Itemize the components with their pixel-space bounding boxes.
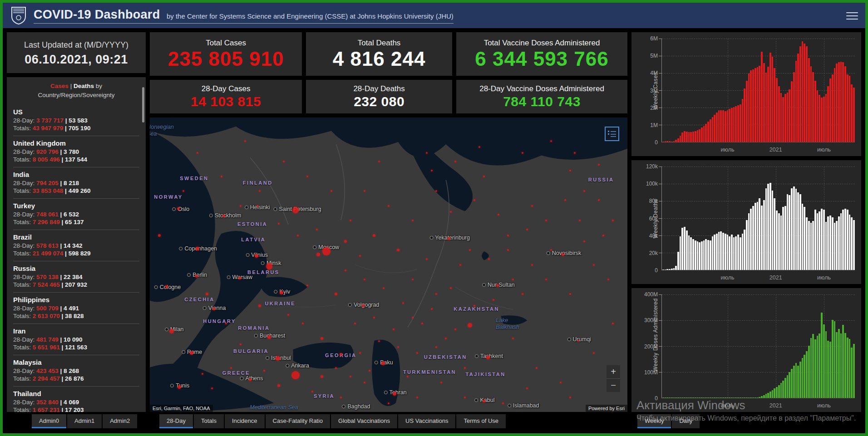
bar[interactable] <box>671 397 673 398</box>
bar[interactable] <box>677 138 679 142</box>
bar[interactable] <box>701 241 703 270</box>
bar[interactable] <box>757 397 759 398</box>
bar[interactable] <box>686 132 688 142</box>
bar[interactable] <box>662 397 664 398</box>
case-cluster-dot[interactable] <box>195 275 198 278</box>
case-cluster-dot[interactable] <box>267 335 271 339</box>
case-cluster-dot[interactable] <box>321 337 323 340</box>
bar[interactable] <box>699 397 700 398</box>
bar[interactable] <box>673 268 675 270</box>
bar[interactable] <box>789 195 790 270</box>
case-cluster-dot[interactable] <box>483 176 485 177</box>
bar[interactable] <box>669 397 671 398</box>
bar[interactable] <box>716 113 718 142</box>
bar[interactable] <box>789 372 790 398</box>
case-cluster-dot[interactable] <box>579 220 581 221</box>
bar[interactable] <box>804 207 805 270</box>
bar[interactable] <box>849 215 851 270</box>
bar[interactable] <box>673 141 675 142</box>
bar[interactable] <box>763 200 765 270</box>
bar[interactable] <box>716 234 718 270</box>
bar[interactable] <box>772 191 774 270</box>
tab-global-vaccinations[interactable]: Global Vaccinations <box>331 414 397 428</box>
case-cluster-dot[interactable] <box>435 346 437 348</box>
bar[interactable] <box>707 122 709 142</box>
case-cluster-dot[interactable] <box>421 323 423 324</box>
bar[interactable] <box>774 388 775 398</box>
bar[interactable] <box>729 109 730 142</box>
bar[interactable] <box>681 132 683 142</box>
bar[interactable] <box>823 210 825 270</box>
bar[interactable] <box>776 211 778 270</box>
bar[interactable] <box>684 131 686 142</box>
case-cluster-dot[interactable] <box>182 190 184 192</box>
case-cluster-dot[interactable] <box>448 237 450 240</box>
case-cluster-dot[interactable] <box>369 370 370 372</box>
case-cluster-dot[interactable] <box>522 293 523 295</box>
case-cluster-dot[interactable] <box>412 317 414 318</box>
case-cluster-dot[interactable] <box>450 211 452 213</box>
bar[interactable] <box>808 221 810 270</box>
case-cluster-dot[interactable] <box>373 234 375 237</box>
case-cluster-dot[interactable] <box>496 284 499 287</box>
bar[interactable] <box>817 90 819 142</box>
bar[interactable] <box>836 221 838 270</box>
bar[interactable] <box>699 242 700 270</box>
bar[interactable] <box>671 142 673 142</box>
bar[interactable] <box>718 232 720 270</box>
case-cluster-dot[interactable] <box>454 328 456 330</box>
country-list-item[interactable]: United Kingdom28-Day: 920 796 | 3 780Tot… <box>13 136 139 167</box>
bar[interactable] <box>742 234 744 270</box>
bar[interactable] <box>737 235 739 270</box>
case-cluster-dot[interactable] <box>445 338 447 339</box>
bar[interactable] <box>737 397 739 398</box>
case-cluster-dot[interactable] <box>169 329 174 333</box>
case-cluster-dot[interactable] <box>378 161 380 162</box>
case-cluster-dot[interactable] <box>468 323 472 328</box>
bar[interactable] <box>763 395 765 398</box>
case-cluster-dot[interactable] <box>364 382 365 383</box>
bar[interactable] <box>666 269 668 270</box>
case-cluster-dot[interactable] <box>416 352 418 354</box>
case-cluster-dot[interactable] <box>397 249 399 251</box>
case-cluster-dot[interactable] <box>564 199 566 201</box>
weekly-deaths-chart[interactable]: Weekly Deaths 120k100k80k60k40k20k0 июль… <box>631 160 861 284</box>
case-cluster-dot[interactable] <box>577 340 579 342</box>
hamburger-icon[interactable] <box>846 10 858 22</box>
bar[interactable] <box>755 397 756 398</box>
case-cluster-dot[interactable] <box>569 293 571 295</box>
bar[interactable] <box>840 213 842 270</box>
bar[interactable] <box>784 94 786 142</box>
tab-case-fatality-ratio[interactable]: Case-Fatality Ratio <box>266 414 330 428</box>
bar[interactable] <box>692 132 694 142</box>
bar[interactable] <box>720 397 722 398</box>
bar[interactable] <box>714 115 715 142</box>
bar[interactable] <box>791 369 793 398</box>
bar[interactable] <box>714 397 715 398</box>
bar[interactable] <box>808 58 810 142</box>
bar[interactable] <box>797 54 799 142</box>
case-cluster-dot[interactable] <box>593 352 595 354</box>
country-list-item[interactable]: Philippines28-Day: 500 709 | 4 491Totals… <box>13 293 139 324</box>
case-cluster-dot[interactable] <box>165 285 168 288</box>
bar[interactable] <box>725 111 726 142</box>
case-cluster-dot[interactable] <box>266 263 272 269</box>
bar[interactable] <box>757 67 759 142</box>
weekly-cases-chart[interactable]: Weekly Cases 6M5M4M3M2M1M0 июль2021июль <box>631 32 861 156</box>
case-cluster-dot[interactable] <box>483 400 485 402</box>
bar[interactable] <box>727 110 729 142</box>
case-cluster-dot[interactable] <box>240 343 242 345</box>
case-cluster-dot[interactable] <box>335 367 337 369</box>
bar[interactable] <box>759 198 760 270</box>
bar[interactable] <box>825 331 827 398</box>
bar[interactable] <box>827 341 829 398</box>
bar[interactable] <box>838 216 840 270</box>
bar[interactable] <box>821 98 823 142</box>
case-cluster-dot[interactable] <box>255 254 258 258</box>
case-cluster-dot[interactable] <box>287 314 289 316</box>
bar[interactable] <box>769 183 771 270</box>
bar[interactable] <box>748 397 750 398</box>
case-cluster-dot[interactable] <box>473 305 475 307</box>
bar[interactable] <box>705 124 707 142</box>
case-cluster-dot[interactable] <box>454 161 456 162</box>
